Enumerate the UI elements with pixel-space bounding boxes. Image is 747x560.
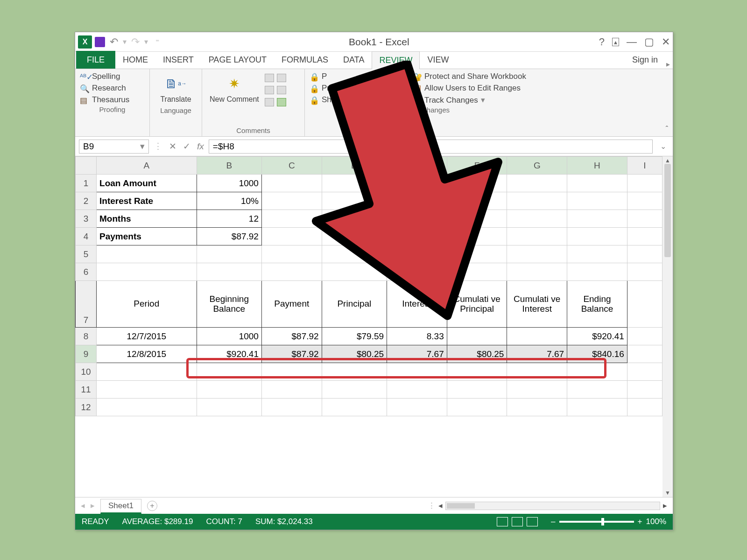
row-header[interactable]: 3 [76, 210, 97, 228]
scroll-right-icon[interactable]: ▸ [663, 60, 673, 69]
save-button[interactable] [95, 37, 105, 47]
cell[interactable]: Payments [97, 228, 197, 245]
zoom-out-button[interactable]: – [551, 517, 555, 526]
tab-home[interactable]: HOME [115, 51, 155, 69]
redo-button[interactable]: ↷ [131, 36, 140, 48]
vertical-scrollbar[interactable]: ▲ ▼ [662, 156, 673, 497]
cell[interactable]: 8.33 [387, 328, 447, 345]
row-header[interactable]: 12 [76, 399, 97, 416]
col-header[interactable]: E [387, 157, 447, 175]
cell[interactable]: Cumulati ve Principal [447, 281, 507, 328]
cell[interactable]: 7.67 [507, 345, 567, 363]
undo-button[interactable]: ↶ [110, 36, 118, 48]
cell[interactable]: Beginning Balance [197, 281, 261, 328]
cell[interactable]: Period [97, 281, 197, 328]
cancel-formula-icon[interactable]: ✕ [169, 141, 176, 152]
cell[interactable]: Loan Amount [97, 175, 197, 192]
zoom-in-button[interactable]: + [638, 517, 642, 526]
cell[interactable]: $87.92 [261, 328, 322, 345]
cell[interactable]: 12/8/2015 [97, 345, 197, 363]
sign-in-link[interactable]: Sign in [627, 51, 663, 69]
minimize-button[interactable]: — [627, 36, 637, 48]
page-layout-view-icon[interactable] [512, 517, 523, 526]
translate-button[interactable]: 🗎a→ Translate [155, 72, 197, 105]
cell[interactable]: Payment [261, 281, 322, 328]
col-header[interactable]: H [567, 157, 627, 175]
col-header[interactable]: A [97, 157, 197, 175]
tab-formulas[interactable]: FORMULAS [274, 51, 336, 69]
cell[interactable]: 12/7/2015 [97, 328, 197, 345]
col-header[interactable]: C [261, 157, 322, 175]
cell[interactable]: $840.16 [567, 345, 627, 363]
enter-formula-icon[interactable]: ✓ [183, 141, 190, 152]
hscroll-right-icon[interactable]: ▸ [663, 501, 667, 511]
protect-share-workbook-button[interactable]: 🔐Protect and Share Workbook [412, 72, 668, 81]
expand-formula-icon[interactable]: ⌄ [657, 142, 669, 151]
protect-sheet-button[interactable]: 🔒P [310, 72, 403, 81]
cell[interactable]: Ending Balance [567, 281, 627, 328]
row-header[interactable]: 2 [76, 192, 97, 210]
zoom-slider[interactable] [559, 521, 634, 523]
spreadsheet-grid[interactable]: A B C D E F G H I 1 Loan Amount 1000 2 I… [75, 156, 662, 497]
allow-users-edit-ranges-button[interactable]: 📋Allow Users to Edit Ranges [412, 84, 668, 93]
new-comment-button[interactable]: ✷ New Comment [207, 72, 262, 126]
cell[interactable]: $79.59 [322, 328, 387, 345]
cell[interactable]: 1000 [197, 328, 261, 345]
hscroll-left-icon[interactable]: ◂ [438, 501, 443, 511]
tab-scroll-left-icon[interactable]: ◂ [81, 501, 85, 511]
col-header[interactable]: D [322, 157, 387, 175]
row-header[interactable]: 4 [76, 228, 97, 245]
cell[interactable]: $87.92 [197, 228, 261, 245]
tab-file[interactable]: FILE [76, 51, 115, 69]
horizontal-scrollbar[interactable] [445, 502, 660, 510]
tab-page-layout[interactable]: PAGE LAYOUT [201, 51, 274, 69]
cell[interactable]: Months [97, 210, 197, 228]
tab-data[interactable]: DATA [336, 51, 372, 69]
page-break-view-icon[interactable] [527, 517, 538, 526]
tab-view[interactable]: VIEW [420, 51, 456, 69]
collapse-ribbon-icon[interactable]: ˆ [666, 125, 668, 133]
col-header[interactable]: I [627, 157, 662, 175]
thesaurus-button[interactable]: ▤Thesaurus [80, 95, 145, 105]
research-button[interactable]: 🔍Research [80, 84, 145, 93]
cell[interactable]: 1000 [197, 175, 261, 192]
row-header[interactable]: 10 [76, 363, 97, 381]
formula-input[interactable]: =$H8 [209, 140, 653, 154]
cell[interactable]: Interest Rate [97, 192, 197, 210]
protect-workbook-button[interactable]: 🔒Prok [310, 84, 403, 93]
close-button[interactable]: ✕ [662, 36, 670, 48]
cell[interactable]: $920.41 [197, 345, 261, 363]
cell[interactable]: $87.92 [261, 345, 322, 363]
row-header[interactable]: 8 [76, 328, 97, 345]
row-header[interactable]: 9 [76, 345, 97, 363]
col-header[interactable]: B [197, 157, 261, 175]
view-buttons[interactable] [497, 517, 538, 526]
tab-review[interactable]: REVIEW [372, 51, 420, 69]
cell[interactable] [507, 328, 567, 345]
row-header[interactable]: 5 [76, 245, 97, 263]
new-sheet-button[interactable]: + [147, 501, 157, 511]
select-all-corner[interactable] [76, 157, 97, 175]
sheet-tab[interactable]: Sheet1 [100, 499, 141, 514]
cell[interactable] [447, 328, 507, 345]
row-header[interactable]: 7 [76, 281, 97, 328]
normal-view-icon[interactable] [497, 517, 508, 526]
ribbon-display-icon[interactable]: ▴ [612, 38, 619, 46]
spelling-button[interactable]: ᴬᴮ✓Spelling [80, 72, 145, 81]
cell[interactable]: Principal [322, 281, 387, 328]
row-header[interactable]: 6 [76, 263, 97, 281]
cell[interactable]: 12 [197, 210, 261, 228]
tab-insert[interactable]: INSERT [155, 51, 201, 69]
tab-scroll-right-icon[interactable]: ▸ [91, 501, 95, 511]
cell[interactable]: Interest [387, 281, 447, 328]
col-header[interactable]: F [447, 157, 507, 175]
cell[interactable]: Cumulati ve Interest [507, 281, 567, 328]
cell[interactable]: $920.41 [567, 328, 627, 345]
row-header[interactable]: 1 [76, 175, 97, 192]
row-header[interactable]: 11 [76, 381, 97, 399]
cell[interactable]: $80.25 [322, 345, 387, 363]
cell[interactable]: 7.67 [387, 345, 447, 363]
track-changes-button[interactable]: ✎Track Changes ▾ [412, 95, 668, 105]
cell[interactable]: 10% [197, 192, 261, 210]
help-icon[interactable]: ? [599, 36, 605, 48]
